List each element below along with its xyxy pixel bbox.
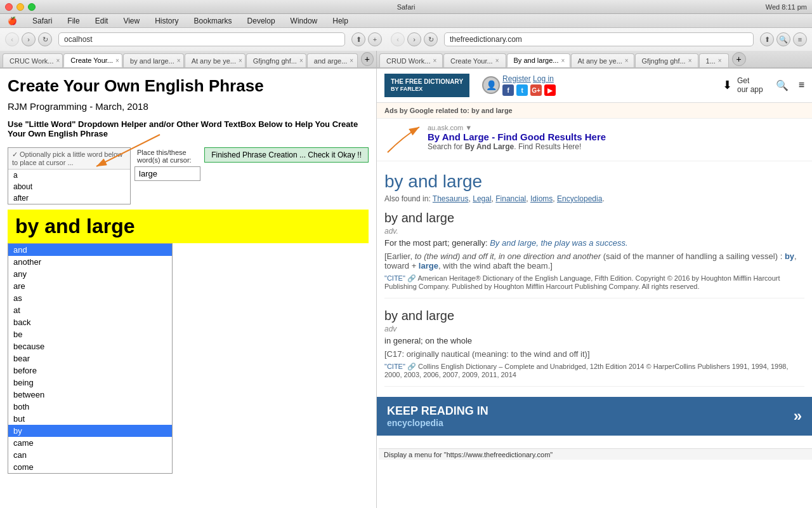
share-button[interactable]: ⬆ [351,32,365,46]
word-item-came[interactable]: came [8,437,172,449]
word-item-because[interactable]: because [8,340,172,352]
also-found-line: Also found in: Thesaurus, Legal, Financi… [384,194,804,203]
word-item-before[interactable]: before [8,364,172,377]
entry2-phrase: by and large [384,309,804,323]
ad-arrow-svg [384,124,422,156]
right-tab-crud[interactable]: CRUD Work... × [379,53,443,67]
download-icon: ⬇ [723,78,732,92]
twitter-icon[interactable]: t [516,84,528,96]
ad-inner: au.ask.com ▼ By And Large - Find Good Re… [384,124,804,156]
word-item-as[interactable]: as [8,292,172,304]
helper-area: ✓ Optionally pick a little word below to… [8,147,369,204]
facebook-icon[interactable]: f [502,84,514,96]
menu-view[interactable]: View [121,15,142,27]
word-item-and[interactable]: and [8,244,172,256]
link-thesaurus[interactable]: Thesaurus [433,194,469,203]
word-item-by[interactable]: by [8,425,172,437]
left-address-bar[interactable]: ocalhost [58,32,345,46]
little-word-dropdown[interactable]: ✓ Optionally pick a little word below to… [8,147,131,204]
dropdown-item-after[interactable]: after [8,192,130,204]
link-legal[interactable]: Legal [473,194,491,203]
right-address-bar[interactable]: thefreedictionary.com [444,32,754,46]
search-icon-right[interactable]: 🔍 [776,79,789,91]
word-item-be[interactable]: be [8,328,172,340]
menu-file[interactable]: File [65,15,82,27]
menu-safari[interactable]: 🍎 [5,15,20,27]
menu-safari-label[interactable]: Safari [30,15,55,27]
tooltip-bar: Display a menu for "https://www.thefreed… [379,448,812,460]
right-add-tab-button[interactable]: + [732,52,746,66]
add-tab-button[interactable]: + [368,32,382,46]
google-plus-icon[interactable]: G+ [530,84,542,96]
keep-reading-title: KEEP READING IN [387,404,488,418]
ad-title[interactable]: By And Large - Find Good Results Here [428,131,606,142]
menu-bookmarks[interactable]: Bookmarks [192,15,235,27]
register-link[interactable]: Register [502,74,531,83]
tab-create-your[interactable]: Create Your... × [63,53,122,67]
left-add-tab-button[interactable]: + [361,52,374,66]
right-share-button[interactable]: ⬆ [760,32,774,46]
right-reload-button[interactable]: ↻ [424,32,438,46]
right-tab-gfj[interactable]: Gfjngfng ghf... × [635,53,698,67]
word-dropdown-list: and another any are as at back be becaus… [8,243,173,474]
menu-develop[interactable]: Develop [245,15,278,27]
tab-by-and-large[interactable]: by and large... × [123,53,184,67]
cite2-link[interactable]: "CITE" 🔗 [384,363,416,370]
keep-reading-banner[interactable]: KEEP READING IN encyclopedia » [377,397,812,436]
tooltip-text: Display a menu for "https://www.thefreed… [384,451,553,458]
menu-icon-right[interactable]: ≡ [799,79,804,91]
window-controls [5,3,36,11]
link-idioms[interactable]: Idioms [530,194,553,203]
word-item-come[interactable]: come [8,461,172,473]
dropdown-item-about[interactable]: about [8,181,130,192]
chevrons-icon: » [794,407,802,425]
right-tab-at-any[interactable]: At any be ye... × [571,53,634,67]
right-tab-num[interactable]: 1... × [699,53,729,67]
right-menu-button[interactable]: ≡ [793,32,807,46]
word-item-but[interactable]: but [8,413,172,425]
word-item-between[interactable]: between [8,389,172,401]
tab-gfj[interactable]: Gfjngfng ghf... × [246,53,306,67]
right-tab-create[interactable]: Create Your... × [443,53,506,67]
word-item-can[interactable]: can [8,449,172,461]
browser-chrome: ‹ › ↻ ocalhost ⬆ + ‹ › ↻ thefreedictiona… [0,28,812,69]
link-financial[interactable]: Financial [495,194,526,203]
menu-help[interactable]: Help [330,15,351,27]
login-link[interactable]: Log in [533,74,554,83]
youtube-icon[interactable]: ▶ [544,84,556,96]
word-item-any[interactable]: any [8,268,172,280]
right-tab-by-large[interactable]: By and large... × [507,53,570,67]
tab-crud-work[interactable]: CRUC Work... × [3,53,63,67]
right-forward-button[interactable]: › [407,32,421,46]
ad-source[interactable]: au.ask.com ▼ [428,124,606,131]
finished-phrase-button[interactable]: Finished Phrase Creation ... Check it Ok… [204,147,369,163]
right-search-button[interactable]: 🔍 [776,32,790,46]
tab-at-any-be[interactable]: At any be ye... × [185,53,246,67]
link-encyclopedia[interactable]: Encyclopedia [557,194,602,203]
forward-button[interactable]: › [22,32,36,46]
word-item-are[interactable]: are [8,280,172,292]
minimize-window-button[interactable] [16,3,24,11]
word-item-both[interactable]: both [8,401,172,413]
ads-bar: Ads by Google related to: by and large [377,103,812,119]
menu-history[interactable]: History [152,15,181,27]
tab-and-arge[interactable]: and arge... × [307,53,358,67]
word-item-back[interactable]: back [8,316,172,328]
fullscreen-window-button[interactable] [28,3,36,11]
word-item-another[interactable]: another [8,256,172,268]
tabs-row: CRUC Work... × Create Your... × by and l… [0,51,812,68]
reload-button[interactable]: ↻ [38,32,52,46]
menu-window[interactable]: Window [288,15,320,27]
word-item-at[interactable]: at [8,304,172,316]
back-button[interactable]: ‹ [5,32,19,46]
word-place-input[interactable] [134,166,200,181]
cite1-link[interactable]: "CITE" 🔗 [384,274,416,282]
word-item-being[interactable]: being [8,377,172,389]
get-app-label: Get our app [737,76,763,94]
close-window-button[interactable] [5,3,13,11]
word-item-bear[interactable]: bear [8,352,172,364]
cite2-source: Collins English Dictionary – Complete an… [384,363,789,378]
dropdown-item-a[interactable]: a [8,170,130,181]
right-back-button[interactable]: ‹ [391,32,405,46]
menu-edit[interactable]: Edit [93,15,111,27]
